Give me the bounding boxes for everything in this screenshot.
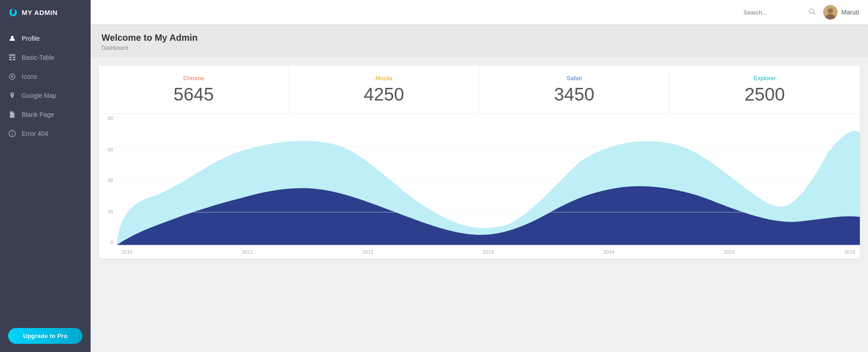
x-label-2016: 2016: [844, 249, 855, 255]
svg-rect-2: [9, 57, 12, 58]
avatar: [823, 5, 838, 19]
sidebar: MY ADMIN Profile Basic-Table Icons: [0, 0, 91, 352]
sidebar-nav: Profile Basic-Table Icons Google Map: [0, 24, 91, 320]
chart-svg: [117, 114, 860, 245]
x-label-2010: 2010: [121, 249, 132, 255]
person-icon: [8, 34, 16, 43]
svg-rect-4: [9, 59, 12, 60]
explorer-value: 2500: [682, 84, 847, 104]
stats-row: Chrome 5645 Mozila 4250 Safari 3450 Expl…: [99, 66, 860, 114]
header: Maruti: [91, 0, 868, 24]
x-axis-labels: 2010 2011 2012 2013 2014 2015 2016: [117, 245, 860, 259]
sidebar-item-basic-table-label: Basic-Table: [22, 54, 54, 61]
mozilla-label: Mozila: [302, 75, 466, 82]
user-name: Maruti: [841, 9, 859, 16]
user-wrap: Maruti: [823, 5, 859, 19]
sidebar-item-basic-table[interactable]: Basic-Table: [0, 48, 91, 67]
upgrade-button[interactable]: Upgrade to Pro: [8, 328, 82, 344]
svg-rect-3: [13, 57, 15, 58]
sidebar-logo: MY ADMIN: [0, 0, 91, 24]
explorer-label: Explorer: [682, 75, 847, 82]
main-content: Maruti Welcome to My Admin Dashboard Chr…: [91, 0, 868, 352]
y-label-20: 20: [108, 209, 113, 214]
sidebar-item-blank-page-label: Blank Page: [22, 111, 54, 118]
svg-text:i: i: [12, 132, 13, 136]
map-pin-icon: [8, 92, 16, 100]
icons-icon: [8, 72, 16, 81]
sidebar-item-icons[interactable]: Icons: [0, 67, 91, 86]
table-icon: [8, 53, 16, 62]
x-label-2011: 2011: [242, 249, 253, 255]
chrome-value: 5645: [111, 84, 276, 104]
content-area: Chrome 5645 Mozila 4250 Safari 3450 Expl…: [91, 58, 868, 352]
sidebar-item-error-404[interactable]: i Error 404: [0, 124, 91, 143]
chrome-label: Chrome: [111, 75, 276, 82]
info-icon: i: [8, 130, 16, 138]
page-header: Welcome to My Admin Dashboard: [91, 24, 868, 58]
y-axis-labels: 80 60 40 20 0: [99, 114, 117, 245]
safari-value: 3450: [492, 84, 656, 104]
stats-chart-card: Chrome 5645 Mozila 4250 Safari 3450 Expl…: [99, 66, 860, 259]
flame-icon: [8, 7, 18, 17]
sidebar-item-error-404-label: Error 404: [22, 130, 48, 137]
svg-rect-5: [13, 59, 15, 60]
sidebar-item-google-map-label: Google Map: [22, 92, 56, 99]
page-title: Welcome to My Admin: [101, 33, 857, 43]
svg-point-7: [11, 76, 13, 77]
stat-chrome: Chrome 5645: [99, 66, 289, 113]
upgrade-btn-wrap: Upgrade to Pro: [0, 320, 91, 352]
svg-line-11: [814, 13, 815, 14]
chart-svg-wrap: [117, 114, 860, 245]
search-icon: [809, 8, 816, 17]
x-label-2015: 2015: [724, 249, 735, 255]
safari-label: Safari: [492, 75, 656, 82]
search-input[interactable]: [743, 9, 807, 16]
svg-rect-1: [9, 54, 15, 56]
y-label-60: 60: [108, 147, 113, 152]
sidebar-item-blank-page[interactable]: Blank Page: [0, 105, 91, 124]
y-label-0: 0: [111, 240, 113, 245]
y-label-80: 80: [108, 116, 113, 121]
sidebar-item-google-map[interactable]: Google Map: [0, 86, 91, 105]
app-title: MY ADMIN: [22, 9, 58, 16]
svg-point-13: [828, 8, 833, 14]
sidebar-item-profile[interactable]: Profile: [0, 29, 91, 48]
svg-point-10: [810, 9, 814, 13]
stat-safari: Safari 3450: [479, 66, 670, 113]
mozilla-value: 4250: [302, 84, 466, 104]
sidebar-item-icons-label: Icons: [22, 73, 37, 80]
stat-explorer: Explorer 2500: [670, 66, 860, 113]
breadcrumb: Dashboard: [101, 45, 857, 51]
chart-area: 80 60 40 20 0: [99, 114, 860, 259]
y-label-40: 40: [108, 178, 113, 183]
x-label-2013: 2013: [483, 249, 494, 255]
search-wrap: [743, 8, 816, 17]
stat-mozilla: Mozila 4250: [289, 66, 479, 113]
file-icon: [8, 111, 16, 119]
sidebar-item-profile-label: Profile: [22, 35, 40, 42]
x-label-2012: 2012: [362, 249, 373, 255]
x-label-2014: 2014: [603, 249, 614, 255]
